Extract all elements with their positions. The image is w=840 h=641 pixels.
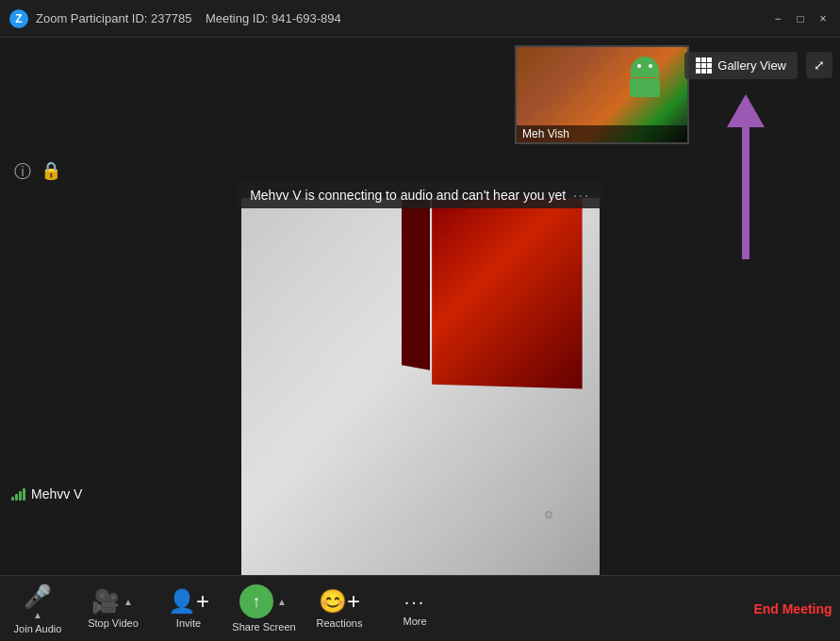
close-button[interactable]: × bbox=[815, 11, 831, 26]
bar-4 bbox=[23, 488, 25, 501]
titlebar: Z Zoom Participant ID: 237785 Meeting ID… bbox=[0, 0, 840, 38]
reactions-button[interactable]: 😊+ Reactions bbox=[302, 576, 377, 641]
end-meeting-label: End Meeting bbox=[753, 601, 832, 616]
speaker-name-display: Mehvv V bbox=[11, 486, 82, 501]
window-controls: − □ × bbox=[770, 11, 831, 26]
signal-bars-icon bbox=[11, 487, 25, 501]
mic-icon: 🎤 bbox=[24, 583, 52, 610]
lock-icon[interactable]: 🔒 bbox=[41, 160, 61, 183]
bolt-2 bbox=[545, 511, 552, 518]
stop-video-button[interactable]: 🎥 ▲ Stop Video bbox=[75, 576, 151, 641]
join-audio-icon-area: 🎤 ▲ bbox=[24, 583, 52, 620]
share-screen-icon-area: ↑ ▲ bbox=[239, 584, 288, 618]
main-video-content bbox=[241, 198, 600, 575]
reactions-emoji-icon: 😊+ bbox=[319, 588, 360, 615]
bar-3 bbox=[19, 491, 22, 501]
arrow-head bbox=[727, 94, 765, 127]
gallery-grid-icon bbox=[696, 58, 712, 74]
main-area: Meh Vish Gallery View ⤢ ⓘ 🔒 Mehvv V is c… bbox=[0, 38, 840, 575]
android-head bbox=[631, 57, 659, 77]
more-label: More bbox=[403, 616, 426, 627]
toolbar: 🎤 ▲ Join Audio 🎥 ▲ Stop Video 👤+ Invite … bbox=[0, 575, 840, 641]
red-cabinet bbox=[432, 198, 582, 388]
banner-dots: ··· bbox=[573, 188, 590, 203]
main-video bbox=[241, 198, 600, 575]
more-icon-area: ··· bbox=[404, 591, 426, 613]
bar-2 bbox=[15, 494, 18, 501]
arrow-shaft bbox=[742, 127, 749, 259]
top-left-icons: ⓘ 🔒 bbox=[14, 160, 61, 183]
minimize-button[interactable]: − bbox=[770, 11, 785, 26]
arrow-annotation bbox=[727, 94, 765, 259]
android-body bbox=[630, 78, 660, 97]
reactions-label: Reactions bbox=[317, 617, 363, 629]
gallery-view-button[interactable]: Gallery View bbox=[684, 52, 798, 79]
more-dots-icon: ··· bbox=[404, 591, 426, 613]
thumbnail-label: Meh Vish bbox=[517, 125, 687, 142]
red-cabinet-edge bbox=[402, 198, 430, 370]
bar-1 bbox=[11, 497, 14, 501]
stop-video-label: Stop Video bbox=[88, 617, 139, 629]
android-figure bbox=[621, 57, 668, 113]
invite-person-icon: 👤+ bbox=[168, 588, 209, 615]
video-caret-icon[interactable]: ▲ bbox=[122, 597, 135, 607]
mic-icon-wrap: 🎤 ▲ bbox=[24, 583, 52, 620]
maximize-button[interactable]: □ bbox=[793, 11, 808, 26]
invite-button[interactable]: 👤+ Invite bbox=[151, 576, 226, 641]
reactions-icon-area: 😊+ bbox=[319, 588, 360, 615]
more-button[interactable]: ··· More bbox=[377, 576, 453, 641]
share-screen-button[interactable]: ↑ ▲ Share Screen bbox=[226, 576, 302, 641]
join-audio-label: Join Audio bbox=[14, 623, 62, 634]
share-screen-green-icon: ↑ bbox=[239, 584, 273, 618]
share-screen-label: Share Screen bbox=[232, 621, 295, 633]
share-screen-caret-icon[interactable]: ▲ bbox=[275, 597, 288, 607]
info-icon[interactable]: ⓘ bbox=[14, 160, 31, 183]
zoom-logo-icon: Z bbox=[9, 9, 28, 28]
mic-caret-icon[interactable]: ▲ bbox=[33, 610, 42, 620]
stop-video-icon-area: 🎥 ▲ bbox=[91, 588, 135, 615]
invite-icon-area: 👤+ bbox=[168, 588, 209, 615]
fullscreen-button[interactable]: ⤢ bbox=[806, 52, 832, 78]
thumbnail-video: Meh Vish bbox=[515, 45, 689, 144]
invite-label: Invite bbox=[176, 617, 201, 629]
title-text: Zoom Participant ID: 237785 Meeting ID: … bbox=[36, 11, 770, 25]
join-audio-button[interactable]: 🎤 ▲ Join Audio bbox=[0, 576, 75, 641]
end-meeting-button[interactable]: End Meeting bbox=[746, 576, 840, 641]
audio-connecting-banner: Mehvv V is connecting to audio and can't… bbox=[237, 182, 603, 208]
video-camera-icon: 🎥 bbox=[91, 588, 120, 615]
